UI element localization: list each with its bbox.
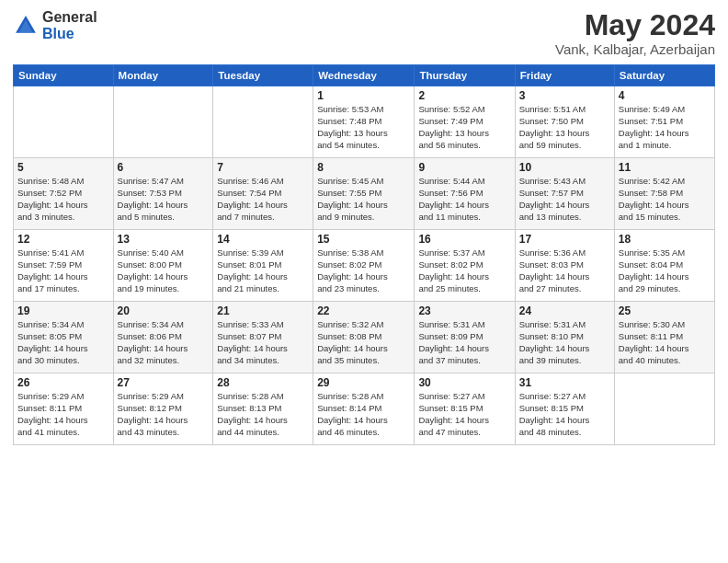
page: General Blue May 2024 Vank, Kalbajar, Az… bbox=[0, 0, 728, 563]
calendar-cell: 26Sunrise: 5:29 AM Sunset: 8:11 PM Dayli… bbox=[14, 373, 114, 445]
day-number: 27 bbox=[118, 376, 210, 389]
calendar-cell: 8Sunrise: 5:45 AM Sunset: 7:55 PM Daylig… bbox=[313, 158, 415, 230]
calendar-header-monday: Monday bbox=[113, 65, 213, 86]
day-number: 23 bbox=[418, 304, 510, 317]
calendar-cell: 22Sunrise: 5:32 AM Sunset: 8:08 PM Dayli… bbox=[313, 302, 415, 373]
calendar-cell: 25Sunrise: 5:30 AM Sunset: 8:11 PM Dayli… bbox=[614, 302, 714, 373]
calendar-cell: 2Sunrise: 5:52 AM Sunset: 7:49 PM Daylig… bbox=[415, 86, 515, 158]
day-info: Sunrise: 5:37 AM Sunset: 8:02 PM Dayligh… bbox=[418, 247, 510, 294]
logo-icon bbox=[13, 13, 39, 39]
calendar-cell: 13Sunrise: 5:40 AM Sunset: 8:00 PM Dayli… bbox=[113, 230, 213, 302]
day-number: 19 bbox=[17, 304, 109, 317]
day-number: 17 bbox=[519, 233, 610, 246]
logo-general: General bbox=[42, 9, 97, 26]
calendar-header-thursday: Thursday bbox=[415, 65, 515, 86]
day-number: 16 bbox=[418, 233, 510, 246]
day-number: 9 bbox=[418, 161, 510, 174]
calendar-cell: 16Sunrise: 5:37 AM Sunset: 8:02 PM Dayli… bbox=[415, 230, 515, 302]
calendar-cell: 30Sunrise: 5:27 AM Sunset: 8:15 PM Dayli… bbox=[415, 373, 515, 445]
day-info: Sunrise: 5:43 AM Sunset: 7:57 PM Dayligh… bbox=[519, 176, 610, 223]
calendar-week-2: 5Sunrise: 5:48 AM Sunset: 7:52 PM Daylig… bbox=[14, 158, 715, 230]
day-info: Sunrise: 5:45 AM Sunset: 7:55 PM Dayligh… bbox=[317, 176, 410, 223]
calendar-cell: 9Sunrise: 5:44 AM Sunset: 7:56 PM Daylig… bbox=[415, 158, 515, 230]
day-number: 1 bbox=[317, 89, 410, 102]
calendar-cell: 21Sunrise: 5:33 AM Sunset: 8:07 PM Dayli… bbox=[213, 302, 313, 373]
calendar-cell: 18Sunrise: 5:35 AM Sunset: 8:04 PM Dayli… bbox=[614, 230, 714, 302]
day-number: 22 bbox=[317, 304, 410, 317]
day-info: Sunrise: 5:33 AM Sunset: 8:07 PM Dayligh… bbox=[217, 319, 309, 366]
calendar-cell bbox=[614, 373, 714, 445]
calendar-header-wednesday: Wednesday bbox=[313, 65, 415, 86]
day-info: Sunrise: 5:42 AM Sunset: 7:58 PM Dayligh… bbox=[619, 176, 711, 223]
calendar-cell: 10Sunrise: 5:43 AM Sunset: 7:57 PM Dayli… bbox=[515, 158, 614, 230]
day-number: 26 bbox=[17, 376, 109, 389]
day-number: 10 bbox=[519, 161, 610, 174]
day-number: 12 bbox=[17, 233, 109, 246]
day-info: Sunrise: 5:39 AM Sunset: 8:01 PM Dayligh… bbox=[217, 247, 309, 294]
day-info: Sunrise: 5:30 AM Sunset: 8:11 PM Dayligh… bbox=[619, 319, 711, 366]
calendar-header-tuesday: Tuesday bbox=[213, 65, 313, 86]
day-number: 20 bbox=[118, 304, 210, 317]
calendar-cell bbox=[213, 86, 313, 158]
calendar-header-saturday: Saturday bbox=[614, 65, 714, 86]
calendar-cell: 24Sunrise: 5:31 AM Sunset: 8:10 PM Dayli… bbox=[515, 302, 614, 373]
calendar-cell: 31Sunrise: 5:27 AM Sunset: 8:15 PM Dayli… bbox=[515, 373, 614, 445]
day-number: 25 bbox=[619, 304, 711, 317]
calendar-cell: 28Sunrise: 5:28 AM Sunset: 8:13 PM Dayli… bbox=[213, 373, 313, 445]
day-number: 18 bbox=[619, 233, 711, 246]
calendar-cell: 14Sunrise: 5:39 AM Sunset: 8:01 PM Dayli… bbox=[213, 230, 313, 302]
logo: General Blue bbox=[13, 9, 97, 41]
day-number: 29 bbox=[317, 376, 410, 389]
day-info: Sunrise: 5:34 AM Sunset: 8:06 PM Dayligh… bbox=[118, 319, 210, 366]
calendar-cell: 19Sunrise: 5:34 AM Sunset: 8:05 PM Dayli… bbox=[14, 302, 114, 373]
logo-text: General Blue bbox=[42, 9, 97, 41]
calendar-week-1: 1Sunrise: 5:53 AM Sunset: 7:48 PM Daylig… bbox=[14, 86, 715, 158]
day-info: Sunrise: 5:53 AM Sunset: 7:48 PM Dayligh… bbox=[317, 104, 410, 151]
calendar-week-3: 12Sunrise: 5:41 AM Sunset: 7:59 PM Dayli… bbox=[14, 230, 715, 302]
day-info: Sunrise: 5:36 AM Sunset: 8:03 PM Dayligh… bbox=[519, 247, 610, 294]
calendar-cell bbox=[113, 86, 213, 158]
day-info: Sunrise: 5:29 AM Sunset: 8:12 PM Dayligh… bbox=[118, 391, 210, 438]
logo-blue: Blue bbox=[42, 26, 97, 42]
calendar-cell: 15Sunrise: 5:38 AM Sunset: 8:02 PM Dayli… bbox=[313, 230, 415, 302]
day-info: Sunrise: 5:48 AM Sunset: 7:52 PM Dayligh… bbox=[17, 176, 109, 223]
day-number: 11 bbox=[619, 161, 711, 174]
subtitle: Vank, Kalbajar, Azerbaijan bbox=[555, 41, 715, 57]
day-number: 24 bbox=[519, 304, 610, 317]
calendar-header-friday: Friday bbox=[515, 65, 614, 86]
day-info: Sunrise: 5:31 AM Sunset: 8:10 PM Dayligh… bbox=[519, 319, 610, 366]
day-info: Sunrise: 5:51 AM Sunset: 7:50 PM Dayligh… bbox=[519, 104, 610, 151]
day-info: Sunrise: 5:35 AM Sunset: 8:04 PM Dayligh… bbox=[619, 247, 711, 294]
day-number: 21 bbox=[217, 304, 309, 317]
day-info: Sunrise: 5:41 AM Sunset: 7:59 PM Dayligh… bbox=[17, 247, 109, 294]
calendar-cell: 11Sunrise: 5:42 AM Sunset: 7:58 PM Dayli… bbox=[614, 158, 714, 230]
day-number: 5 bbox=[17, 161, 109, 174]
day-info: Sunrise: 5:38 AM Sunset: 8:02 PM Dayligh… bbox=[317, 247, 410, 294]
day-number: 7 bbox=[217, 161, 309, 174]
calendar-header-row: SundayMondayTuesdayWednesdayThursdayFrid… bbox=[14, 65, 715, 86]
calendar: SundayMondayTuesdayWednesdayThursdayFrid… bbox=[13, 64, 715, 445]
calendar-cell: 4Sunrise: 5:49 AM Sunset: 7:51 PM Daylig… bbox=[614, 86, 714, 158]
day-info: Sunrise: 5:34 AM Sunset: 8:05 PM Dayligh… bbox=[17, 319, 109, 366]
day-number: 28 bbox=[217, 376, 309, 389]
day-number: 13 bbox=[118, 233, 210, 246]
day-number: 3 bbox=[519, 89, 610, 102]
day-number: 8 bbox=[317, 161, 410, 174]
day-info: Sunrise: 5:28 AM Sunset: 8:13 PM Dayligh… bbox=[217, 391, 309, 438]
calendar-cell: 1Sunrise: 5:53 AM Sunset: 7:48 PM Daylig… bbox=[313, 86, 415, 158]
day-info: Sunrise: 5:31 AM Sunset: 8:09 PM Dayligh… bbox=[418, 319, 510, 366]
day-info: Sunrise: 5:27 AM Sunset: 8:15 PM Dayligh… bbox=[519, 391, 610, 438]
day-number: 6 bbox=[118, 161, 210, 174]
day-info: Sunrise: 5:44 AM Sunset: 7:56 PM Dayligh… bbox=[418, 176, 510, 223]
calendar-header-sunday: Sunday bbox=[14, 65, 114, 86]
header: General Blue May 2024 Vank, Kalbajar, Az… bbox=[13, 9, 715, 57]
calendar-cell bbox=[14, 86, 114, 158]
day-number: 4 bbox=[619, 89, 711, 102]
day-info: Sunrise: 5:46 AM Sunset: 7:54 PM Dayligh… bbox=[217, 176, 309, 223]
calendar-cell: 29Sunrise: 5:28 AM Sunset: 8:14 PM Dayli… bbox=[313, 373, 415, 445]
title-block: May 2024 Vank, Kalbajar, Azerbaijan bbox=[555, 9, 715, 57]
day-info: Sunrise: 5:40 AM Sunset: 8:00 PM Dayligh… bbox=[118, 247, 210, 294]
calendar-week-5: 26Sunrise: 5:29 AM Sunset: 8:11 PM Dayli… bbox=[14, 373, 715, 445]
calendar-cell: 23Sunrise: 5:31 AM Sunset: 8:09 PM Dayli… bbox=[415, 302, 515, 373]
day-info: Sunrise: 5:28 AM Sunset: 8:14 PM Dayligh… bbox=[317, 391, 410, 438]
